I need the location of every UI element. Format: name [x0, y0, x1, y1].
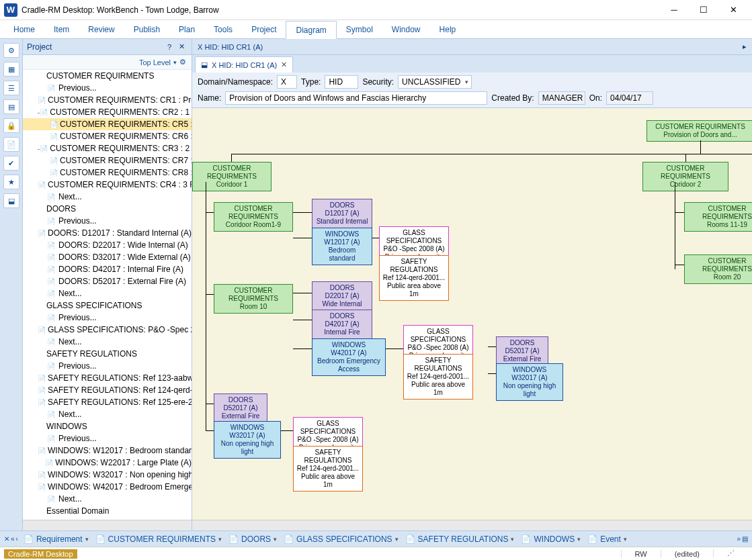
diagram-node[interactable]: CUSTOMER REQUIRMENTSRoom 20	[684, 254, 752, 284]
footer-pill-windows[interactable]: 📄WINDOWS▾	[521, 534, 581, 544]
diagram-tab[interactable]: ⬓ X HID: HID CR1 (A) ✕	[195, 56, 293, 73]
menu-review[interactable]: Review	[79, 20, 124, 38]
diagram-node[interactable]: WINDOWSW32017 (A)Non opening high light	[496, 363, 563, 401]
project-tree[interactable]: CUSTOMER REQUIRMENTS📄Previous...📄CUSTOME…	[23, 70, 192, 520]
tree-item[interactable]: 📄Next...	[23, 336, 192, 348]
diagram-node[interactable]: CUSTOMER REQUIRMENTSCoridoor 2	[642, 162, 728, 191]
menu-item[interactable]: Item	[44, 20, 79, 38]
footer-pill-doors[interactable]: 📄DOORS▾	[228, 534, 277, 544]
diagram-node[interactable]: CUSTOMER REQUIRMENTSRoom 10	[214, 284, 293, 314]
calendar-icon[interactable]: ▤	[3, 99, 19, 114]
menu-plan[interactable]: Plan	[169, 20, 204, 38]
diagram-node[interactable]: DOORSD12017 (A)Standard Internal	[312, 199, 372, 228]
tree-category[interactable]: Essential Domain	[23, 505, 192, 517]
tree-item[interactable]: 📄CUSTOMER REQUIRMENTS: CR1 : Provision	[23, 94, 192, 106]
tree-item[interactable]: 📄DOORS: D52017 : External Fire (A)	[23, 275, 192, 287]
type-field[interactable]: HID	[325, 75, 358, 89]
footer-pill-event[interactable]: 📄Event▾	[587, 534, 627, 544]
footer-pill-customer-requirments[interactable]: 📄CUSTOMER REQUIRMENTS▾	[95, 534, 222, 544]
diagram-node[interactable]: WINDOWSW42017 (A)Bedroom Emergency Acces…	[312, 338, 386, 376]
tree-item[interactable]: 📄WINDOWS: W12017 : Bedroom standard	[23, 445, 192, 457]
menu-symbol[interactable]: Symbol	[337, 20, 382, 38]
close-button[interactable]: ✕	[718, 1, 748, 19]
tree-item[interactable]: 📄Next...	[23, 408, 192, 420]
tree-item[interactable]: 📄Next...	[23, 493, 192, 505]
menu-home[interactable]: Home	[4, 20, 44, 38]
security-select[interactable]: UNCLASSIFIED	[398, 75, 472, 89]
tree-item[interactable]: 📄DOORS: D12017 : Standard Internal (A)	[23, 227, 192, 239]
tree-item[interactable]: 📄Next...	[23, 287, 192, 299]
nav-arrows[interactable]: ✕«‹	[4, 535, 18, 543]
tree-item[interactable]: 📄SAFETY REGULATIONS: Ref 124-qerd-2001	[23, 384, 192, 396]
hierarchy-icon[interactable]: ⬓	[3, 193, 19, 208]
domain-field[interactable]: X	[277, 75, 297, 89]
breadcrumb-expand-icon[interactable]: ▸	[743, 42, 747, 51]
name-field[interactable]: Provision of Doors and Winfows and Fasci…	[225, 91, 487, 105]
nav-arrows-right[interactable]: »▤	[737, 535, 748, 543]
tree-item[interactable]: 📄WINDOWS: W32017 : Non opening high	[23, 469, 192, 481]
menu-publish[interactable]: Publish	[124, 20, 169, 38]
tree-item[interactable]: 📄WINDOWS: W42017 : Bedroom Emergency	[23, 481, 192, 493]
menu-tools[interactable]: Tools	[204, 20, 242, 38]
minimize-button[interactable]: ─	[659, 1, 689, 19]
tree-category[interactable]: DOORS	[23, 203, 192, 215]
tree-category[interactable]: GLASS SPECIFICATIONS	[23, 299, 192, 312]
tree-item[interactable]: 📄CUSTOMER REQUIRMENTS: CR7 : 2	[23, 154, 192, 167]
tree-item[interactable]: -📄CUSTOMER REQUIRMENTS: CR3 : 2 Coridoor	[23, 142, 192, 154]
tree-item[interactable]: 📄WINDOWS: W22017 : Large Plate (A)	[23, 457, 192, 469]
tree-item[interactable]: 📄CUSTOMER REQUIRMENTS: CR8 : 2	[23, 167, 192, 179]
tree-category[interactable]: CUSTOMER REQUIRMENTS	[23, 70, 192, 82]
note-icon[interactable]: 📄	[3, 137, 19, 152]
tree-h-scrollbar[interactable]	[23, 520, 192, 530]
diagram-node[interactable]: CUSTOMER REQUIRMENTSCoridoor 1	[192, 162, 271, 191]
diagram-canvas[interactable]: CUSTOMER REQUIRMENTSProvision of Doors a…	[192, 108, 752, 520]
diagram-node[interactable]: DOORSD52017 (A)External Fire	[496, 336, 548, 366]
footer-pill-safety-regulations[interactable]: 📄SAFETY REGULATIONS▾	[405, 534, 515, 544]
lock-icon[interactable]: 🔒	[3, 118, 19, 133]
tree-item[interactable]: 📄DOORS: D42017 : Internal Fire (A)	[23, 263, 192, 275]
tree-item[interactable]: 📄Next...	[23, 191, 192, 203]
diagram-node[interactable]: SAFETY REGULATIONSRef 124-qerd-2001...Pu…	[293, 446, 363, 492]
menu-project[interactable]: Project	[242, 20, 286, 38]
tree-item[interactable]: 📄DOORS: D32017 : Wide External (A)	[23, 251, 192, 263]
footer-pill-requirement[interactable]: 📄Requirement▾	[24, 534, 89, 544]
canvas-h-scrollbar[interactable]	[192, 520, 752, 530]
tree-item[interactable]: 📄Previous...	[23, 215, 192, 227]
grid-icon[interactable]: ▦	[3, 62, 19, 77]
star-icon[interactable]: ★	[3, 175, 19, 189]
tree-item[interactable]: 📄SAFETY REGULATIONS: Ref 123-aabwind-1	[23, 372, 192, 384]
help-icon[interactable]: ?	[163, 41, 175, 53]
tree-item[interactable]: 📄CUSTOMER REQUIRMENTS: CR4 : 3 Reception	[23, 179, 192, 191]
menu-diagram[interactable]: Diagram	[286, 21, 336, 39]
tree-item[interactable]: 📄Previous...	[23, 82, 192, 94]
diagram-node[interactable]: SAFETY REGULATIONSRef 124-qerd-2001...Pu…	[379, 255, 449, 301]
tree-item[interactable]: 📄CUSTOMER REQUIRMENTS: CR6 :	[23, 130, 192, 142]
tab-close-icon[interactable]: ✕	[281, 60, 287, 69]
tree-item[interactable]: 📄SAFETY REGULATIONS: Ref 125-ere-2008	[23, 396, 192, 408]
diagram-node[interactable]: DOORSD22017 (A)Wide Internal	[312, 281, 372, 311]
tree-category[interactable]: SAFETY REGULATIONS	[23, 348, 192, 360]
diagram-node[interactable]: SAFETY REGULATIONSRef 124-qerd-2001...Pu…	[403, 354, 473, 400]
gear-icon[interactable]: ⚙	[3, 43, 19, 58]
diagram-node[interactable]: CUSTOMER REQUIRMENTSRooms 11-19	[684, 202, 752, 232]
check-icon[interactable]: ✔	[3, 156, 19, 171]
diagram-node[interactable]: WINDOWSW12017 (A)Bedroom standard	[312, 228, 372, 265]
tree-item[interactable]: 📄GLASS SPECIFICATIONS: P&O -Spec 2008	[23, 324, 192, 336]
diagram-node[interactable]: CUSTOMER REQUIRMENTSProvision of Doors a…	[646, 120, 752, 142]
footer-pill-glass-specifications[interactable]: 📄GLASS SPECIFICATIONS▾	[284, 534, 398, 544]
tree-item[interactable]: 📄DOORS: D22017 : Wide Internal (A)	[23, 239, 192, 251]
diagram-node[interactable]: CUSTOMER REQUIRMENTSCoridoor Room1-9	[214, 202, 293, 232]
maximize-button[interactable]: ☐	[689, 1, 718, 19]
diagram-node[interactable]: WINDOWSW32017 (A)Non opening high light	[214, 421, 281, 459]
tree-item[interactable]: 📄Previous...	[23, 312, 192, 324]
tree-item[interactable]: 📄CUSTOMER REQUIRMENTS: CR5 : 1	[23, 118, 192, 130]
close-panel-icon[interactable]: ✕	[175, 41, 187, 53]
tree-item[interactable]: -📄CUSTOMER REQUIRMENTS: CR2 : 1 Coridoor	[23, 106, 192, 118]
tree-item[interactable]: 📄Previous...	[23, 432, 192, 445]
tree-category[interactable]: WINDOWS	[23, 420, 192, 432]
diagram-node[interactable]: DOORSD52017 (A)External Fire	[214, 393, 267, 423]
status-resize-grip[interactable]: ⋰	[713, 549, 748, 558]
top-level-dropdown[interactable]: Top Level ▾ ⚙	[139, 58, 186, 66]
menu-window[interactable]: Window	[382, 20, 430, 38]
tree-item[interactable]: 📄Previous...	[23, 360, 192, 372]
